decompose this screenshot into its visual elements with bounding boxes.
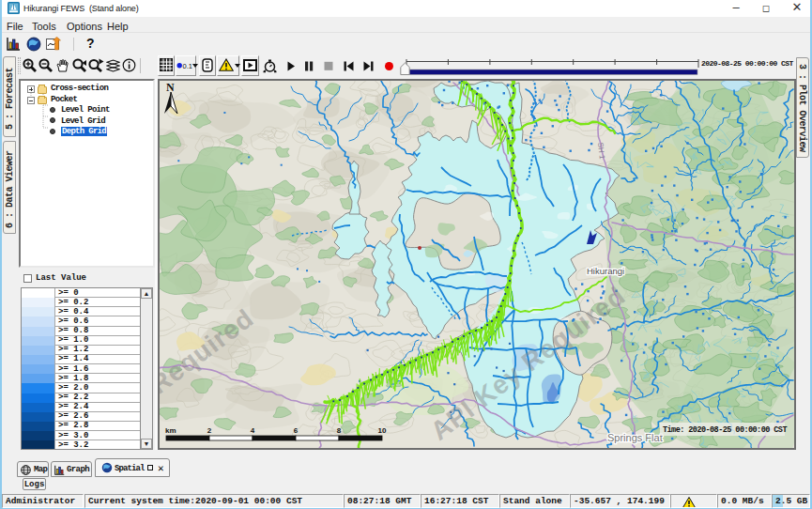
svg-text:Hikurangi: Hikurangi <box>587 266 624 276</box>
svg-text:Time: 2020-08-25 00:00:00 CST: Time: 2020-08-25 00:00:00 CST <box>663 425 787 435</box>
svg-text:4: 4 <box>251 426 255 435</box>
svg-text:0.1: 0.1 <box>183 62 192 70</box>
svg-text:km: km <box>165 426 176 435</box>
svg-text:6: 6 <box>294 426 299 435</box>
svg-text:N: N <box>166 81 175 94</box>
svg-text:10: 10 <box>378 426 387 435</box>
svg-text:Springs Flat: Springs Flat <box>607 432 663 443</box>
svg-text:8: 8 <box>337 426 342 435</box>
svg-text:SH 1: SH 1 <box>596 142 606 160</box>
svg-text:2: 2 <box>207 426 212 435</box>
